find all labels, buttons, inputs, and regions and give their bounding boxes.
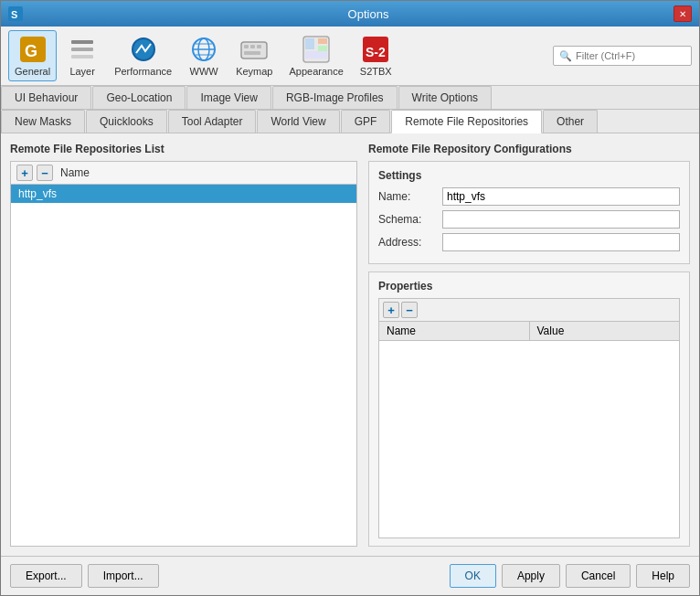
filter-box: 🔍	[553, 46, 692, 66]
svg-rect-20	[318, 38, 327, 44]
tab-image-view[interactable]: Image View	[186, 86, 270, 109]
properties-group: Properties + − Name Value	[368, 271, 690, 547]
svg-text:S-2: S-2	[366, 45, 386, 59]
name-field-row: Name:	[378, 187, 680, 206]
toolbar-keymap[interactable]: Keymap	[229, 30, 279, 81]
close-button[interactable]: ✕	[673, 5, 692, 22]
svg-rect-21	[318, 46, 327, 51]
prop-value-col: Value	[530, 322, 680, 340]
www-icon	[189, 35, 218, 64]
right-panel: Remote File Repository Configurations Se…	[368, 143, 690, 547]
prop-toolbar: + −	[379, 299, 679, 322]
right-panel-title: Remote File Repository Configurations	[368, 143, 690, 155]
schema-field-row: Schema:	[378, 210, 680, 229]
remove-repo-button[interactable]: −	[37, 165, 53, 181]
general-icon: G	[18, 35, 48, 64]
prop-name-col: Name	[379, 322, 530, 340]
address-input[interactable]	[442, 233, 680, 251]
tab-world-view[interactable]: World View	[257, 110, 339, 133]
address-field-row: Address:	[378, 233, 680, 251]
address-label: Address:	[378, 236, 442, 249]
bottom-left: Export... Import...	[10, 564, 159, 588]
repos-list: http_vfs	[11, 185, 356, 546]
tab-remote-file-repos[interactable]: Remote File Repositories	[391, 110, 542, 133]
tab-tool-adapter[interactable]: Tool Adapter	[168, 110, 257, 133]
tab-new-masks[interactable]: New Masks	[1, 110, 85, 133]
apply-button[interactable]: Apply	[502, 564, 560, 588]
svg-rect-4	[71, 40, 93, 44]
properties-table: + − Name Value	[378, 298, 680, 538]
properties-title: Properties	[378, 280, 680, 293]
performance-icon	[129, 35, 158, 64]
remove-property-button[interactable]: −	[401, 302, 418, 318]
app-icon: S	[8, 6, 23, 21]
filter-input[interactable]	[576, 50, 685, 61]
settings-title: Settings	[378, 169, 680, 182]
keymap-label: Keymap	[236, 66, 272, 77]
svg-rect-19	[305, 38, 314, 49]
toolbar-s2tbx[interactable]: S-2 S2TBX	[354, 30, 398, 81]
schema-input[interactable]	[442, 210, 680, 229]
toolbar-layer[interactable]: Layer	[60, 30, 104, 81]
performance-label: Performance	[114, 66, 172, 77]
layer-label: Layer	[69, 66, 95, 77]
s2tbx-icon: S-2	[361, 35, 390, 64]
svg-rect-5	[71, 48, 93, 51]
ok-button[interactable]: OK	[450, 564, 496, 588]
search-icon: 🔍	[559, 50, 572, 62]
toolbar-www[interactable]: WWW	[182, 30, 226, 81]
svg-rect-22	[305, 51, 327, 59]
left-panel: Remote File Repositories List + − Name h…	[10, 143, 357, 547]
tab-gpf[interactable]: GPF	[341, 110, 391, 133]
list-col-header: Name	[60, 166, 90, 179]
svg-text:S: S	[11, 9, 17, 20]
prop-table-header: Name Value	[379, 322, 679, 341]
toolbar-appearance[interactable]: Appearance	[282, 30, 349, 81]
tabs-row2: New Masks Quicklooks Tool Adapter World …	[1, 110, 699, 133]
svg-rect-16	[257, 45, 261, 48]
prop-table-body	[379, 341, 679, 537]
appearance-icon	[302, 35, 331, 64]
svg-rect-14	[244, 45, 249, 48]
svg-rect-17	[244, 51, 260, 55]
toolbar: G General Layer Performance	[1, 27, 699, 86]
svg-rect-13	[241, 42, 267, 59]
tab-ui-behaviour[interactable]: UI Behaviour	[1, 86, 91, 109]
add-repo-button[interactable]: +	[16, 165, 33, 181]
main-content: Remote File Repositories List + − Name h…	[1, 133, 699, 556]
s2tbx-label: S2TBX	[360, 66, 392, 77]
tab-geo-location[interactable]: Geo-Location	[92, 86, 186, 109]
tab-quicklooks[interactable]: Quicklooks	[86, 110, 167, 133]
list-header: + − Name	[11, 162, 356, 185]
general-label: General	[15, 66, 50, 77]
tab-rgb-image-profiles[interactable]: RGB-Image Profiles	[272, 86, 398, 109]
toolbar-general[interactable]: G General	[8, 30, 57, 81]
svg-rect-15	[250, 45, 255, 48]
options-window: S Options ✕ G General	[0, 0, 700, 596]
title-controls: ✕	[673, 5, 692, 22]
list-item[interactable]: http_vfs	[11, 185, 356, 203]
title-bar: S Options ✕	[1, 1, 699, 27]
help-button[interactable]: Help	[636, 564, 690, 588]
schema-label: Schema:	[378, 213, 442, 226]
add-property-button[interactable]: +	[383, 302, 399, 318]
bottom-bar: Export... Import... OK Apply Cancel Help	[1, 556, 699, 595]
toolbar-performance[interactable]: Performance	[108, 30, 178, 81]
keymap-icon	[239, 35, 269, 64]
svg-text:G: G	[25, 42, 37, 60]
bottom-right: OK Apply Cancel Help	[450, 564, 690, 588]
tab-other[interactable]: Other	[543, 110, 598, 133]
tabs-row1: UI Behaviour Geo-Location Image View RGB…	[1, 86, 699, 110]
import-button[interactable]: Import...	[88, 564, 159, 588]
name-label: Name:	[378, 190, 442, 203]
appearance-label: Appearance	[289, 66, 343, 77]
repos-list-container: + − Name http_vfs	[10, 161, 357, 547]
name-input[interactable]	[442, 187, 680, 206]
cancel-button[interactable]: Cancel	[566, 564, 631, 588]
window-title: Options	[63, 7, 673, 21]
content-area: Remote File Repositories List + − Name h…	[10, 143, 690, 547]
svg-rect-6	[71, 55, 93, 59]
tab-write-options[interactable]: Write Options	[398, 86, 492, 109]
layer-icon	[68, 35, 97, 64]
export-button[interactable]: Export...	[10, 564, 82, 588]
